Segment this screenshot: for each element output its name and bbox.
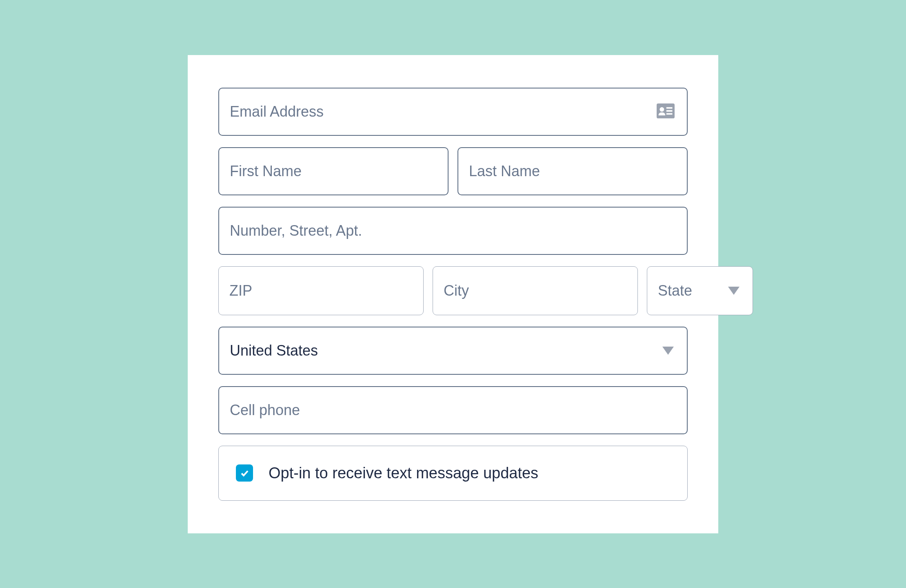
svg-rect-2 bbox=[666, 107, 673, 108]
opt-in-checkbox[interactable] bbox=[236, 464, 253, 482]
state-select[interactable]: State bbox=[647, 266, 753, 315]
country-select[interactable]: United States bbox=[218, 327, 688, 375]
state-select-value: State bbox=[658, 282, 728, 299]
city-wrapper bbox=[433, 266, 638, 315]
caret-down-icon bbox=[662, 347, 674, 355]
country-select-value: United States bbox=[230, 342, 662, 359]
contact-card-icon bbox=[657, 103, 675, 120]
first-name-wrapper bbox=[218, 147, 449, 195]
email-field-wrapper bbox=[218, 88, 688, 136]
street-wrapper bbox=[218, 207, 688, 255]
caret-down-icon bbox=[728, 287, 739, 295]
email-field[interactable] bbox=[230, 103, 657, 120]
last-name-wrapper bbox=[457, 147, 688, 195]
svg-rect-3 bbox=[666, 110, 673, 112]
opt-in-label: Opt-in to receive text message updates bbox=[269, 464, 538, 482]
svg-rect-4 bbox=[666, 113, 673, 115]
opt-in-row: Opt-in to receive text message updates bbox=[218, 446, 688, 501]
svg-point-1 bbox=[660, 107, 664, 111]
form-card: State United States Opt-in to receive te… bbox=[188, 55, 718, 533]
zip-field[interactable] bbox=[229, 282, 413, 299]
last-name-field[interactable] bbox=[469, 163, 676, 180]
city-field[interactable] bbox=[444, 282, 627, 299]
zip-wrapper bbox=[218, 266, 424, 315]
phone-wrapper bbox=[218, 386, 688, 434]
phone-field[interactable] bbox=[230, 402, 676, 419]
first-name-field[interactable] bbox=[230, 163, 437, 180]
street-field[interactable] bbox=[230, 222, 676, 239]
